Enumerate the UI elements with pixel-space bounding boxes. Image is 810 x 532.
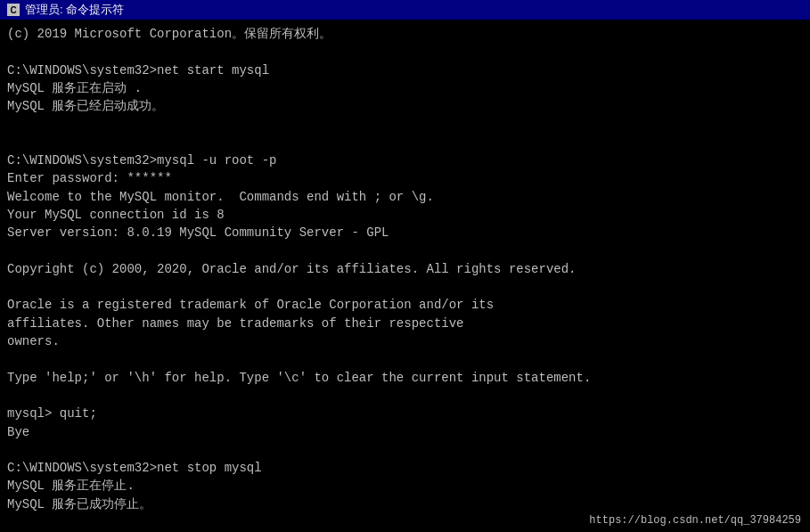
title-bar-title: 管理员: 命令提示符 — [25, 2, 124, 18]
terminal-line: (c) 2019 Microsoft Corporation。保留所有权利。 — [7, 25, 803, 43]
terminal-line — [7, 242, 803, 260]
terminal-line: C:\WINDOWS\system32>net start mysql — [7, 61, 803, 79]
terminal-line: owners. — [7, 332, 803, 350]
terminal-line: MySQL 服务正在启动 . — [7, 79, 803, 97]
terminal-line — [7, 278, 803, 296]
terminal-body: (c) 2019 Microsoft Corporation。保留所有权利。C:… — [0, 20, 810, 532]
terminal-line: MySQL 服务已成功停止。 — [7, 495, 803, 513]
terminal-line: Server version: 8.0.19 MySQL Community S… — [7, 224, 803, 241]
watermark: https://blog.csdn.net/qq_37984259 — [589, 514, 801, 527]
terminal-line: Your MySQL connection id is 8 — [7, 206, 803, 224]
terminal-line: Copyright (c) 2000, 2020, Oracle and/or … — [7, 260, 803, 278]
terminal-line — [7, 43, 803, 61]
terminal-line: Oracle is a registered trademark of Orac… — [7, 296, 803, 314]
terminal-line: Bye — [7, 423, 803, 441]
terminal-line: C:\WINDOWS\system32>net stop mysql — [7, 459, 803, 477]
terminal-line: Type 'help;' or '\h' for help. Type '\c'… — [7, 369, 803, 387]
terminal-line: Welcome to the MySQL monitor. Commands e… — [7, 188, 803, 206]
terminal-line: Enter password: ****** — [7, 169, 803, 187]
terminal-line — [7, 350, 803, 368]
terminal-line: mysql> quit; — [7, 405, 803, 422]
terminal-line: MySQL 服务已经启动成功。 — [7, 97, 803, 115]
title-bar-icon: C — [7, 4, 20, 16]
terminal-line — [7, 441, 803, 459]
title-bar: C 管理员: 命令提示符 — [0, 0, 810, 20]
terminal-line — [7, 115, 803, 133]
terminal-line — [7, 387, 803, 405]
terminal-line: affiliates. Other names may be trademark… — [7, 315, 803, 332]
terminal-line — [7, 134, 803, 151]
terminal-line: MySQL 服务正在停止. — [7, 477, 803, 495]
terminal-line: C:\WINDOWS\system32>mysql -u root -p — [7, 151, 803, 169]
